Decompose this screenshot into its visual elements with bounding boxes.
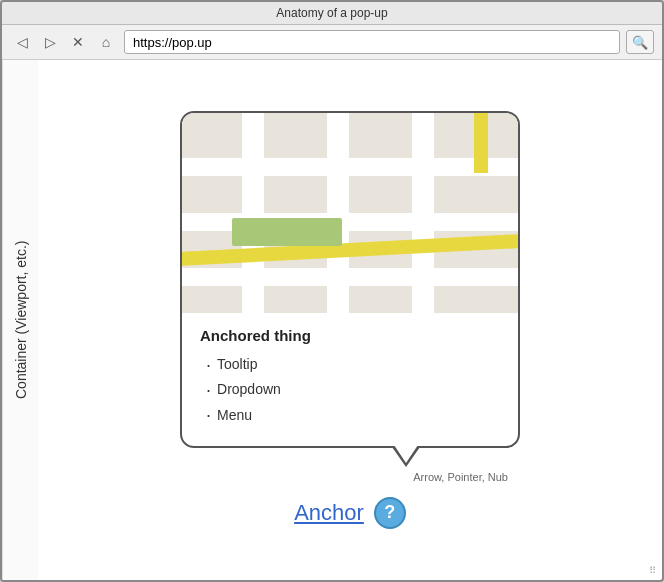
- arrow-area: Arrow, Pointer, Nub: [180, 448, 520, 483]
- anchor-row: Anchor ?: [294, 497, 406, 529]
- list-item-label: Tooltip: [217, 352, 257, 377]
- anchored-title: Anchored thing: [200, 327, 500, 344]
- list-item: Menu: [206, 403, 500, 428]
- popup-container: Anchored thing Tooltip Dropdown Menu: [180, 111, 520, 448]
- popup-body: Anchored thing Tooltip Dropdown Menu: [182, 313, 518, 446]
- map-road: [182, 158, 518, 176]
- container-label: Container (Viewport, etc.): [2, 60, 38, 580]
- search-button[interactable]: 🔍: [626, 30, 654, 54]
- help-button[interactable]: ?: [374, 497, 406, 529]
- home-icon: ⌂: [102, 34, 110, 50]
- list-item: Tooltip: [206, 352, 500, 377]
- close-button[interactable]: ✕: [66, 30, 90, 54]
- forward-button[interactable]: ▷: [38, 30, 62, 54]
- anchor-link[interactable]: Anchor: [294, 500, 364, 526]
- popup-arrow: [392, 447, 420, 467]
- main-content: Anchored thing Tooltip Dropdown Menu: [38, 60, 662, 580]
- nav-buttons: ◁ ▷ ✕ ⌂: [10, 30, 118, 54]
- content-area: Container (Viewport, etc.): [2, 60, 662, 580]
- list-item-label: Menu: [217, 403, 252, 428]
- resize-handle[interactable]: ⠿: [649, 565, 656, 576]
- window-title: Anatomy of a pop-up: [276, 6, 387, 20]
- list-item-label: Dropdown: [217, 377, 281, 402]
- close-icon: ✕: [72, 34, 84, 50]
- toolbar: ◁ ▷ ✕ ⌂ 🔍: [2, 25, 662, 60]
- forward-icon: ▷: [45, 34, 56, 50]
- back-icon: ◁: [17, 34, 28, 50]
- title-bar: Anatomy of a pop-up: [2, 2, 662, 25]
- search-icon: 🔍: [632, 35, 648, 50]
- arrow-label: Arrow, Pointer, Nub: [413, 471, 512, 483]
- address-bar[interactable]: [124, 30, 620, 54]
- list-item: Dropdown: [206, 377, 500, 402]
- anchored-list: Tooltip Dropdown Menu: [200, 352, 500, 428]
- home-button[interactable]: ⌂: [94, 30, 118, 54]
- map-road: [327, 113, 349, 313]
- popup-arrow-inner: [394, 445, 418, 463]
- map-road: [242, 113, 264, 313]
- map-yellow-road-vertical: [474, 113, 488, 173]
- map-area: [182, 113, 518, 313]
- help-icon: ?: [384, 502, 395, 523]
- map-green-block: [232, 218, 342, 246]
- browser-window: Anatomy of a pop-up ◁ ▷ ✕ ⌂ 🔍 Container …: [0, 0, 664, 582]
- map-road: [412, 113, 434, 313]
- back-button[interactable]: ◁: [10, 30, 34, 54]
- map-road: [182, 268, 518, 286]
